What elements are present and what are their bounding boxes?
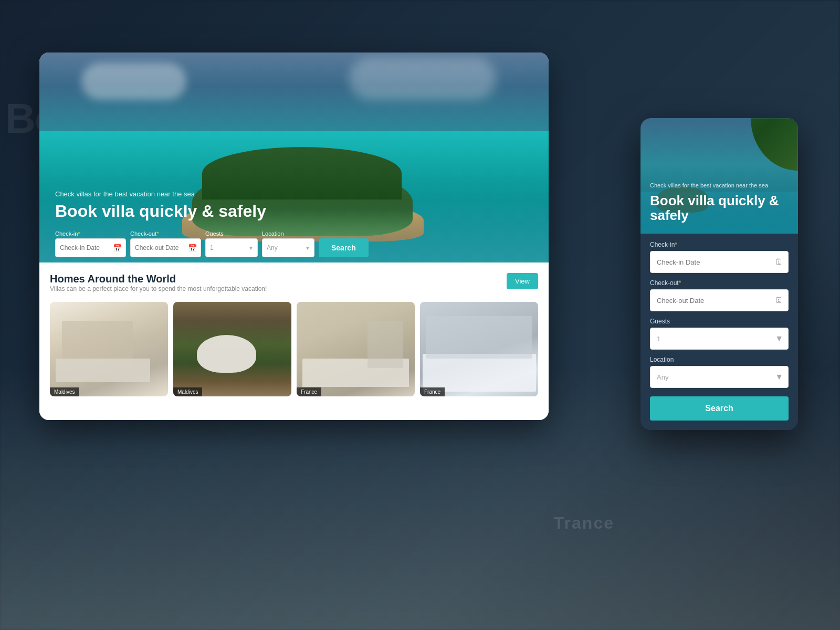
guests-field: Guests 1 2 3 4 ▼	[205, 230, 258, 257]
checkin-input[interactable]	[55, 238, 126, 257]
guests-label: Guests	[205, 230, 258, 237]
mobile-form: Check-in* 🗓 Check-out* 🗓 Guests 1 2	[640, 234, 798, 430]
mobile-title: Book villa quickly & safely	[650, 193, 789, 223]
room-img-outdoor	[173, 302, 291, 396]
mobile-location-wrap: Any Maldives France Trance ▼	[650, 366, 789, 388]
trance-background-text: Trance	[554, 513, 614, 533]
desktop-search-button[interactable]: Search	[319, 238, 369, 257]
mobile-checkout-wrap: 🗓	[650, 289, 789, 311]
mobile-guests-wrap: 1 2 3 4 ▼	[650, 328, 789, 350]
homes-section: Homes Around the World Villas can be a p…	[39, 262, 549, 420]
checkin-field: Check-in* 📅	[55, 230, 126, 257]
home-label-3: France	[297, 387, 321, 396]
location-select-wrap: Any Maldives France Trance ▼	[262, 238, 314, 257]
guests-select-wrap: 1 2 3 4 ▼	[205, 238, 258, 257]
guests-select[interactable]: 1 2 3 4	[205, 238, 258, 257]
search-bar: Check-in* 📅 Check-out* 📅 Guests	[55, 230, 533, 257]
location-label: Location	[262, 230, 314, 237]
mobile-guests-field: Guests 1 2 3 4 ▼	[650, 318, 789, 350]
mobile-hero: Check villas for the best vacation near …	[640, 118, 798, 234]
homes-subtitle: Villas can be a perfect place for you to…	[50, 285, 267, 292]
location-select[interactable]: Any Maldives France Trance	[262, 238, 314, 257]
mobile-location-field: Location Any Maldives France Trance ▼	[650, 356, 789, 388]
home-card-3[interactable]: France	[297, 302, 415, 396]
mobile-location-label: Location	[650, 356, 789, 363]
checkout-input[interactable]	[130, 238, 201, 257]
desktop-card: Check villas for the best vacation near …	[39, 52, 549, 420]
view-all-button[interactable]: View	[507, 273, 538, 289]
mobile-checkout-input[interactable]	[650, 289, 789, 311]
room-img-bathroom	[50, 302, 168, 396]
mobile-guests-select[interactable]: 1 2 3 4	[650, 328, 789, 350]
homes-title: Homes Around the World	[50, 273, 267, 285]
checkout-input-wrap: 📅	[130, 238, 201, 257]
home-label-1: Maldives	[50, 387, 79, 396]
hero-section: Check villas for the best vacation near …	[39, 52, 549, 262]
mobile-location-select[interactable]: Any Maldives France Trance	[650, 366, 789, 388]
home-label-2: Maldives	[173, 387, 202, 396]
checkin-label: Check-in*	[55, 230, 126, 237]
location-field: Location Any Maldives France Trance ▼	[262, 230, 314, 257]
cloud-right	[349, 58, 496, 100]
home-card-1[interactable]: Maldives	[50, 302, 168, 396]
room-img-lounge	[420, 302, 538, 396]
home-card-4[interactable]: France	[420, 302, 538, 396]
mobile-search-button[interactable]: Search	[650, 396, 789, 421]
mobile-checkin-input[interactable]	[650, 251, 789, 273]
homes-header: Homes Around the World Villas can be a p…	[50, 273, 538, 300]
mobile-subtitle: Check villas for the best vacation near …	[650, 182, 789, 190]
checkin-input-wrap: 📅	[55, 238, 126, 257]
mobile-checkin-field: Check-in* 🗓	[650, 241, 789, 273]
mobile-card: Check villas for the best vacation near …	[640, 118, 798, 430]
home-card-2[interactable]: Maldives	[173, 302, 291, 396]
mobile-checkout-field: Check-out* 🗓	[650, 279, 789, 311]
cloud-left	[81, 63, 186, 100]
checkout-label: Check-out*	[130, 230, 201, 237]
room-img-living	[297, 302, 415, 396]
mobile-checkout-label: Check-out*	[650, 279, 789, 287]
mobile-hero-text: Check villas for the best vacation near …	[650, 182, 789, 223]
hero-title: Book villa quickly & safely	[55, 202, 266, 220]
mobile-guests-label: Guests	[650, 318, 789, 325]
mobile-checkin-wrap: 🗓	[650, 251, 789, 273]
mobile-checkin-label: Check-in*	[650, 241, 789, 248]
home-label-4: France	[420, 387, 445, 396]
hero-subtitle: Check villas for the best vacation near …	[55, 190, 266, 198]
homes-header-left: Homes Around the World Villas can be a p…	[50, 273, 267, 300]
homes-grid: Maldives Maldives France	[50, 302, 538, 396]
hero-text: Check villas for the best vacation near …	[55, 190, 266, 220]
checkout-field: Check-out* 📅	[130, 230, 201, 257]
